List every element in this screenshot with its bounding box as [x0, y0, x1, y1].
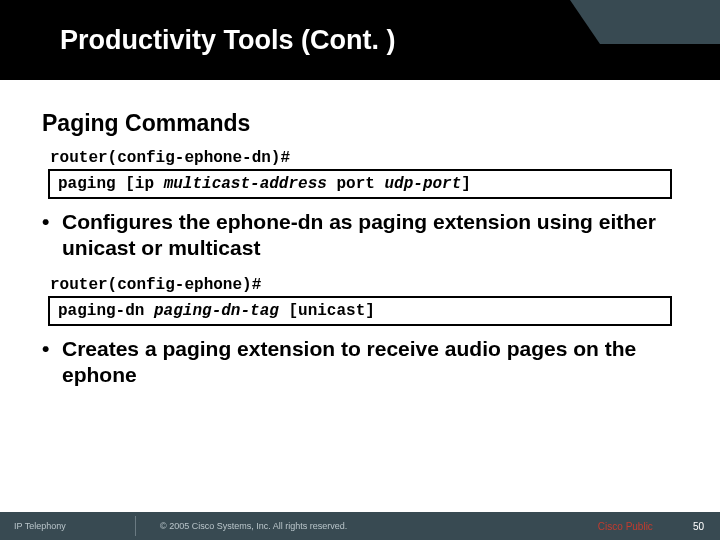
cli-prompt-2: router(config-ephone)# — [50, 276, 678, 294]
bullet-1: Configures the ephone-dn as paging exten… — [42, 209, 678, 262]
cmd1-arg-1: multicast-address — [164, 175, 327, 193]
bullet-list-2: Creates a paging extension to receive au… — [42, 336, 678, 389]
bullet-2: Creates a paging extension to receive au… — [42, 336, 678, 389]
cmd2-keyword-2: [unicast] — [279, 302, 375, 320]
footer-public-label: Cisco Public — [598, 521, 693, 532]
cmd2-keyword-1: paging-dn — [58, 302, 154, 320]
footer-page-number: 50 — [693, 521, 720, 532]
corner-accent — [600, 0, 720, 44]
footer-copyright: © 2005 Cisco Systems, Inc. All rights re… — [160, 521, 598, 531]
cmd2-arg-1: paging-dn-tag — [154, 302, 279, 320]
cli-prompt-1: router(config-ephone-dn)# — [50, 149, 678, 167]
bullet-list-1: Configures the ephone-dn as paging exten… — [42, 209, 678, 262]
command-box-2: paging-dn paging-dn-tag [unicast] — [48, 296, 672, 326]
cmd1-keyword-1: paging [ip — [58, 175, 164, 193]
cmd1-keyword-2: port — [327, 175, 385, 193]
footer-left: IP Telephony — [0, 521, 160, 531]
slide: Productivity Tools (Cont. ) Paging Comma… — [0, 0, 720, 540]
slide-content: Paging Commands router(config-ephone-dn)… — [0, 80, 720, 388]
cmd1-arg-2: udp-port — [384, 175, 461, 193]
section-heading: Paging Commands — [42, 110, 678, 137]
footer-divider — [135, 516, 136, 536]
title-bar: Productivity Tools (Cont. ) — [0, 0, 720, 80]
cmd1-keyword-3: ] — [461, 175, 471, 193]
command-box-1: paging [ip multicast-address port udp-po… — [48, 169, 672, 199]
footer-bar: IP Telephony © 2005 Cisco Systems, Inc. … — [0, 512, 720, 540]
corner-accent-triangle — [570, 0, 600, 44]
